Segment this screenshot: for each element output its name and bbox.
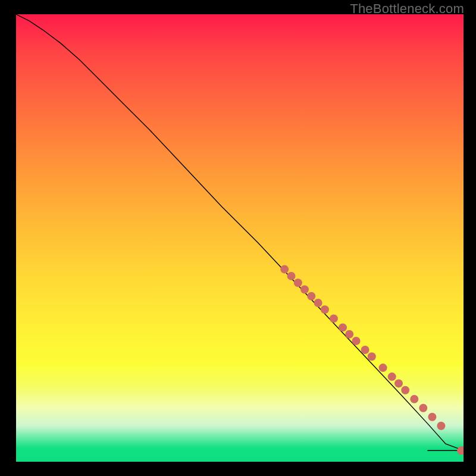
- chart-marker: [437, 422, 445, 430]
- chart-marker: [294, 278, 302, 287]
- chart-marker: [287, 272, 296, 280]
- chart-marker: [300, 286, 309, 294]
- chart-marker: [330, 314, 338, 322]
- chart-marker: [352, 337, 361, 345]
- chart-marker: [339, 323, 347, 331]
- chart-svg: [16, 14, 464, 462]
- chart-marker: [388, 372, 396, 381]
- chart-marker: [368, 352, 376, 361]
- chart-marker: [321, 305, 329, 314]
- chart-marker: [410, 395, 418, 403]
- chart-marker: [401, 386, 409, 394]
- chart-frame: [16, 14, 464, 462]
- chart-marker: [314, 299, 322, 307]
- chart-marker: [280, 265, 289, 274]
- chart-marker: [419, 404, 427, 412]
- chart-marker: [394, 379, 403, 387]
- chart-marker: [345, 330, 353, 339]
- chart-marker: [379, 364, 387, 372]
- chart-marker: [361, 346, 369, 354]
- chart-marker: [307, 292, 315, 300]
- chart-marker: [428, 413, 436, 421]
